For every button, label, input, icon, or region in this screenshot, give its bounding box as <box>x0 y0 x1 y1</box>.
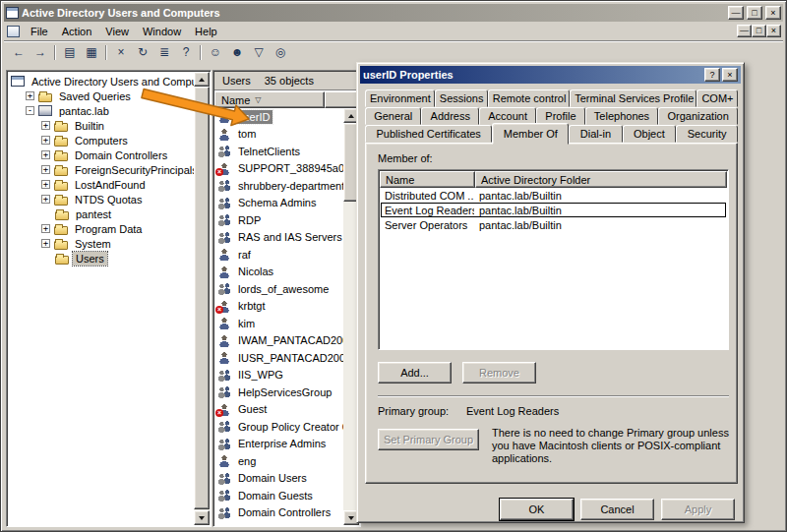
expander-icon[interactable]: + <box>41 180 50 189</box>
tree-item-computers[interactable]: + Computers <box>11 133 194 148</box>
tree-item-users[interactable]: Users <box>11 251 194 266</box>
list-item[interactable]: eng <box>214 452 343 470</box>
scroll-down-icon[interactable] <box>194 510 210 525</box>
scrollbar-thumb[interactable] <box>194 87 210 509</box>
tree-item-system[interactable]: + System <box>11 236 194 251</box>
find-icon[interactable]: ◎ <box>270 43 291 61</box>
dialog-close-button[interactable]: × <box>722 68 738 82</box>
list-item[interactable]: IIS_WPG <box>214 367 343 384</box>
tree-item-ntds-quotas[interactable]: + NTDS Quotas <box>11 192 194 207</box>
tab-published-certificates[interactable]: Published Certificates <box>365 125 492 143</box>
expander-icon[interactable]: + <box>41 224 50 233</box>
export-list-icon[interactable]: ≣ <box>153 43 175 61</box>
new-user-icon[interactable]: ☺ <box>205 43 226 61</box>
list-item[interactable]: Domain Users <box>214 470 343 488</box>
tree-item-domain-controllers[interactable]: + Domain Controllers <box>11 148 194 162</box>
maximize-button[interactable]: □ <box>747 6 762 20</box>
list-item[interactable]: shrubbery-department_es... <box>214 177 343 195</box>
list-item[interactable]: raf <box>214 246 343 264</box>
list-item[interactable]: RAS and IAS Servers <box>214 229 343 247</box>
child-restore-button[interactable]: □ <box>752 25 766 37</box>
tab-dial-in[interactable]: Dial-in <box>569 125 622 143</box>
list-item[interactable]: Guest <box>214 401 343 419</box>
tree-item-pantest[interactable]: pantest <box>11 207 194 221</box>
results-banner-title: Users <box>222 75 251 87</box>
minimize-button[interactable]: — <box>728 6 744 20</box>
list-item[interactable]: RDP <box>214 211 343 229</box>
tab-com-plus[interactable]: COM+ <box>696 89 738 107</box>
list-item[interactable]: Domain Guests <box>214 487 343 504</box>
tab-security[interactable]: Security <box>676 125 738 143</box>
set-primary-group-button[interactable]: Set Primary Group <box>378 429 479 450</box>
expander-icon[interactable]: + <box>41 121 50 130</box>
child-close-button[interactable]: × <box>766 25 781 37</box>
list-item[interactable]: SUPPORT_388945a0 <box>214 160 343 178</box>
tab-organization[interactable]: Organization <box>658 107 738 125</box>
list-item[interactable]: Schema Admins <box>214 195 343 212</box>
refresh-icon[interactable]: ↻ <box>132 43 153 61</box>
list-item[interactable]: Domain Controllers <box>214 504 343 522</box>
tab-remote-control[interactable]: Remote control <box>488 89 570 107</box>
list-item[interactable]: IWAM_PANTACAD2003 <box>214 332 343 350</box>
member-of-row-distributed-com[interactable]: Distributed COM ... pantac.lab/Builtin <box>381 188 726 203</box>
member-of-row-event-log-readers[interactable]: Event Log Readers pantac.lab/Builtin <box>381 203 726 217</box>
back-icon[interactable]: ← <box>8 43 30 61</box>
member-of-column-headers: Name Active Directory Folder <box>380 171 727 188</box>
tab-terminal-services-profile[interactable]: Terminal Services Profile <box>570 89 696 107</box>
column-header-ad-folder[interactable]: Active Directory Folder <box>475 171 727 188</box>
tab-object[interactable]: Object <box>623 125 677 143</box>
show-console-tree-icon[interactable]: ▤ <box>59 43 81 61</box>
menu-help[interactable]: Help <box>188 24 224 39</box>
list-item[interactable]: Nicolas <box>214 264 343 281</box>
menu-window[interactable]: Window <box>136 24 188 39</box>
tab-member-of[interactable]: Member Of <box>492 123 569 145</box>
user-list: userID tom TelnetClients SUPPORT_388945a… <box>214 108 343 525</box>
child-minimize-button[interactable]: — <box>737 25 752 37</box>
list-item[interactable]: TelnetClients <box>214 143 343 160</box>
tab-telephones[interactable]: Telephones <box>585 107 659 125</box>
add-button[interactable]: Add... <box>378 362 452 384</box>
expander-icon[interactable]: + <box>41 165 50 174</box>
tab-address[interactable]: Address <box>421 107 479 125</box>
list-item[interactable]: lords_of_awesome <box>214 280 343 298</box>
scroll-up-icon[interactable] <box>194 72 210 87</box>
folder-icon <box>54 123 68 132</box>
filter-icon[interactable]: ▽ <box>248 43 270 61</box>
menu-file[interactable]: File <box>24 24 55 39</box>
tab-environment[interactable]: Environment <box>365 89 435 107</box>
dialog-help-button[interactable]: ? <box>704 68 720 82</box>
expander-icon[interactable]: - <box>26 106 34 115</box>
expander-icon[interactable]: + <box>26 91 34 100</box>
list-item[interactable]: HelpServicesGroup <box>214 384 343 401</box>
menu-action[interactable]: Action <box>55 24 99 39</box>
tab-sessions[interactable]: Sessions <box>435 89 488 107</box>
expander-icon[interactable]: + <box>41 195 50 204</box>
forward-icon[interactable]: → <box>30 43 51 61</box>
tree-item-foreignsecurityprincipals[interactable]: + ForeignSecurityPrincipals <box>11 162 194 177</box>
member-of-row-server-operators[interactable]: Server Operators pantac.lab/Builtin <box>381 217 726 232</box>
tree-item-lostandfound[interactable]: + LostAndFound <box>11 177 194 192</box>
tree-scrollbar[interactable] <box>194 72 210 525</box>
list-item[interactable]: IUSR_PANTACAD2003 <box>214 349 343 367</box>
expander-icon[interactable]: + <box>41 239 50 248</box>
new-group-icon[interactable]: ☻ <box>226 43 248 61</box>
list-item[interactable]: Enterprise Admins <box>214 436 343 453</box>
cancel-button[interactable]: Cancel <box>580 499 654 520</box>
menu-view[interactable]: View <box>98 24 136 39</box>
ok-button[interactable]: OK <box>500 499 574 520</box>
tree-item-root[interactable]: Active Directory Users and Computer <box>11 74 194 89</box>
list-item[interactable]: krbtgt <box>214 298 343 316</box>
properties-icon[interactable]: ▦ <box>81 43 102 61</box>
tab-general[interactable]: General <box>365 107 421 125</box>
tree-item-program-data[interactable]: + Program Data <box>11 221 194 236</box>
list-item[interactable]: Group Policy Creator Own... <box>214 418 343 436</box>
delete-icon[interactable]: × <box>110 43 132 61</box>
help-icon[interactable]: ? <box>175 43 197 61</box>
remove-button[interactable]: Remove <box>462 362 536 384</box>
list-item[interactable]: kim <box>214 315 343 332</box>
expander-icon[interactable]: + <box>41 150 50 159</box>
close-button[interactable]: × <box>765 6 781 20</box>
column-header-name[interactable]: Name <box>380 171 475 188</box>
apply-button[interactable]: Apply <box>661 499 735 520</box>
expander-icon[interactable]: + <box>41 136 50 145</box>
